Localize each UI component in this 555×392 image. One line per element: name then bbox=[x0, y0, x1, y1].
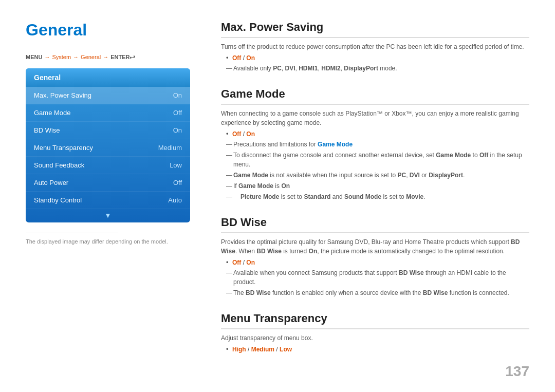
page: General MENU → System → General → ENTER⮐… bbox=[0, 0, 555, 392]
dash-item: Game Mode is not available when the inpu… bbox=[226, 171, 529, 180]
bullet-list-menu-transparency: High / Medium / Low bbox=[221, 346, 529, 353]
bullet-list-game-mode: Off / On bbox=[221, 130, 529, 138]
bullet-list-bd-wise: Off / On bbox=[221, 259, 529, 266]
left-panel: General MENU → System → General → ENTER⮐… bbox=[26, 21, 190, 377]
menu-item-label: Max. Power Saving bbox=[34, 91, 91, 99]
dash-item: If Game Mode is On bbox=[226, 181, 529, 191]
menu-item-sound-feedback[interactable]: Sound Feedback Low bbox=[26, 157, 190, 174]
menu-path-enter: ENTER⮐ bbox=[110, 54, 135, 60]
menu-item-label: Standby Control bbox=[34, 196, 82, 204]
menu-item-value: On bbox=[173, 126, 182, 134]
dash-list-bd-wise: Available when you connect Samsung produ… bbox=[221, 268, 529, 297]
bullet-item: High / Medium / Low bbox=[226, 346, 529, 353]
bullet-item: Off / On bbox=[226, 130, 529, 138]
menu-header: General bbox=[26, 68, 190, 87]
section-title-menu-transparency: Menu Transparency bbox=[221, 312, 529, 329]
menu-path: MENU → System → General → ENTER⮐ bbox=[26, 54, 190, 60]
menu-scroll-down[interactable]: ▼ bbox=[26, 209, 190, 220]
section-title-bd-wise: BD Wise bbox=[221, 216, 529, 233]
menu-path-menu: MENU bbox=[26, 54, 42, 60]
bullet-item: Off / On bbox=[226, 54, 529, 62]
menu-item-bd-wise[interactable]: BD Wise On bbox=[26, 122, 190, 139]
menu-item-game-mode[interactable]: Game Mode Off bbox=[26, 104, 190, 122]
menu-item-value: On bbox=[173, 91, 182, 99]
menu-item-value: Auto bbox=[168, 196, 182, 204]
dash-item: The BD Wise function is enabled only whe… bbox=[226, 288, 529, 297]
section-desc-max-power-saving: Turns off the product to reduce power co… bbox=[221, 42, 529, 51]
dash-item: To disconnect the game console and conne… bbox=[226, 151, 529, 169]
menu-path-system: System bbox=[52, 54, 71, 60]
menu-item-label: BD Wise bbox=[34, 126, 60, 134]
menu-item-auto-power[interactable]: Auto Power Off bbox=[26, 174, 190, 192]
section-title-game-mode: Game Mode bbox=[221, 87, 529, 105]
menu-item-value: Off bbox=[173, 179, 182, 186]
section-desc-bd-wise: Provides the optimal picture quality for… bbox=[221, 237, 529, 256]
dash-list-game-mode: Precautions and limitations for Game Mod… bbox=[221, 140, 529, 201]
menu-item-label: Sound Feedback bbox=[34, 161, 84, 169]
bullet-list-max-power-saving: Off / On bbox=[221, 54, 529, 62]
section-title-max-power-saving: Max. Power Saving bbox=[221, 21, 529, 38]
menu-box: General Max. Power Saving On Game Mode O… bbox=[26, 68, 190, 222]
dash-item: Available when you connect Samsung produ… bbox=[226, 268, 529, 287]
section-game-mode: Game Mode When connecting to a game cons… bbox=[221, 87, 529, 201]
dash-list-max-power-saving: Available only PC, DVI, HDMI1, HDMI2, Di… bbox=[221, 64, 529, 73]
menu-item-menu-transparency[interactable]: Menu Transparency Medium bbox=[26, 139, 190, 157]
menu-item-label: Auto Power bbox=[34, 179, 68, 186]
page-number: 137 bbox=[505, 363, 529, 380]
dash-item: Available only PC, DVI, HDMI1, HDMI2, Di… bbox=[226, 64, 529, 73]
section-desc-game-mode: When connecting to a game console such a… bbox=[221, 109, 529, 127]
section-menu-transparency: Menu Transparency Adjust transparency of… bbox=[221, 312, 529, 353]
footnote-divider bbox=[26, 233, 118, 233]
menu-item-value: Low bbox=[170, 161, 182, 169]
menu-item-value: Off bbox=[173, 109, 182, 117]
menu-item-label: Menu Transparency bbox=[34, 144, 93, 152]
section-desc-menu-transparency: Adjust transparency of menu box. bbox=[221, 333, 529, 343]
chevron-down-icon: ▼ bbox=[104, 211, 112, 219]
footnote-text: The displayed image may differ depending… bbox=[26, 238, 190, 245]
dash-item: Precautions and limitations for Game Mod… bbox=[226, 140, 529, 149]
bullet-item: Off / On bbox=[226, 259, 529, 266]
page-title: General bbox=[26, 21, 190, 40]
dash-item: Picture Mode is set to Standard and Soun… bbox=[226, 192, 529, 201]
menu-item-label: Game Mode bbox=[34, 109, 71, 117]
section-bd-wise: BD Wise Provides the optimal picture qua… bbox=[221, 216, 529, 297]
menu-item-max-power-saving[interactable]: Max. Power Saving On bbox=[26, 87, 190, 104]
menu-item-standby-control[interactable]: Standby Control Auto bbox=[26, 192, 190, 209]
menu-path-general: General bbox=[81, 54, 101, 60]
section-max-power-saving: Max. Power Saving Turns off the product … bbox=[221, 21, 529, 73]
right-panel: Max. Power Saving Turns off the product … bbox=[221, 21, 529, 377]
menu-item-value: Medium bbox=[158, 144, 182, 152]
